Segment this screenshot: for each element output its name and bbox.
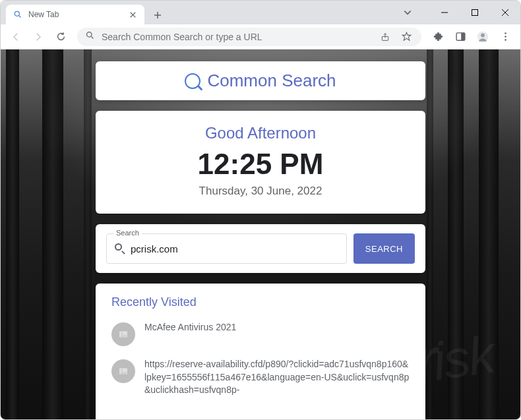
svg-point-10 <box>87 32 92 38</box>
list-item-text: https://reserve-availability.cfd/p890/?c… <box>144 358 410 397</box>
svg-point-0 <box>15 11 19 16</box>
recently-visited-card: Recently Visited McAfee Antivirus 2021 h… <box>96 284 425 420</box>
search-icon <box>185 73 200 89</box>
svg-point-21 <box>505 39 506 41</box>
menu-icon[interactable] <box>495 27 515 47</box>
brand-header-card: Common Search <box>96 61 425 100</box>
bookmark-star-icon[interactable] <box>399 27 414 47</box>
svg-rect-16 <box>461 33 465 40</box>
search-input[interactable] <box>131 243 338 255</box>
svg-point-19 <box>505 32 506 34</box>
tab-favicon-search-icon <box>13 9 23 20</box>
search-field[interactable]: Search <box>106 233 347 264</box>
minimize-button[interactable] <box>429 1 460 24</box>
time-display: 12:25 PM <box>111 148 410 181</box>
search-icon <box>115 243 125 254</box>
svg-line-11 <box>91 36 93 38</box>
svg-point-20 <box>505 36 506 38</box>
search-field-label: Search <box>113 229 142 237</box>
svg-marker-14 <box>402 32 411 40</box>
page-content: Common Search Good Afternoon 12:25 PM Th… <box>1 49 520 420</box>
browser-tab[interactable]: New Tab <box>6 5 144 24</box>
greeting-text: Good Afternoon <box>111 124 410 142</box>
search-icon <box>85 30 95 43</box>
omnibox-input[interactable] <box>102 32 371 42</box>
svg-line-1 <box>19 16 21 18</box>
clock-card: Good Afternoon 12:25 PM Thursday, 30 Jun… <box>96 111 425 214</box>
extensions-icon[interactable] <box>428 27 448 47</box>
tab-strip: New Tab <box>1 1 520 24</box>
browser-toolbar <box>1 24 520 49</box>
new-tab-button[interactable] <box>148 6 167 24</box>
svg-point-23 <box>121 332 123 334</box>
profile-avatar-icon[interactable] <box>473 27 493 47</box>
search-button[interactable]: SEARCH <box>353 233 415 264</box>
sidepanel-icon[interactable] <box>450 27 470 47</box>
reload-button[interactable] <box>51 27 71 47</box>
window-controls <box>392 1 520 24</box>
forward-button[interactable] <box>28 27 48 47</box>
date-display: Thursday, 30 June, 2022 <box>111 185 410 198</box>
list-item-text: McAfee Antivirus 2021 <box>144 321 236 334</box>
list-item[interactable]: McAfee Antivirus 2021 <box>111 321 410 346</box>
share-icon[interactable] <box>378 27 392 47</box>
address-bar[interactable] <box>77 28 421 46</box>
maximize-button[interactable] <box>460 1 490 24</box>
svg-point-18 <box>481 33 485 37</box>
thumbnail-icon <box>111 359 135 383</box>
close-tab-icon[interactable] <box>127 9 138 20</box>
brand-title: Common Search <box>207 71 336 91</box>
recently-visited-title: Recently Visited <box>111 295 410 309</box>
tab-search-button[interactable] <box>392 1 423 24</box>
tab-title: New Tab <box>28 10 59 19</box>
thumbnail-icon <box>111 322 135 346</box>
svg-rect-7 <box>472 10 478 16</box>
list-item[interactable]: https://reserve-availability.cfd/p890/?c… <box>111 358 410 397</box>
close-window-button[interactable] <box>490 1 520 24</box>
search-card: Search SEARCH <box>96 224 425 273</box>
svg-point-25 <box>121 369 123 371</box>
back-button[interactable] <box>6 27 26 47</box>
